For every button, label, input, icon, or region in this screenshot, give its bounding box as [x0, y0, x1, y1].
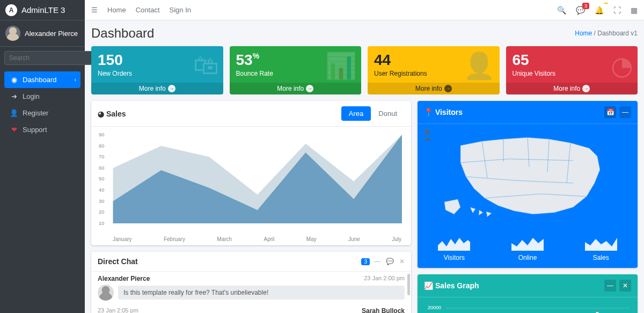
visitors-card: 📍 Visitors 📅 — ➕ ➖ — [418, 101, 638, 268]
user-name: Alexander Pierce — [25, 30, 78, 38]
bag-icon: 🛍 — [193, 50, 219, 80]
chevron-left-icon: ‹ — [75, 77, 76, 83]
sales-graph-card: 📈 Sales Graph — ✕ 20000 15000 — [418, 274, 638, 313]
msg-text: Is this template really for free? That's… — [118, 286, 405, 300]
spark-online: Online — [511, 236, 544, 261]
heart-icon: ❤ — [9, 126, 19, 134]
crumb-current: Dashboard v1 — [597, 30, 638, 37]
grid-icon[interactable]: ▦ — [631, 6, 638, 14]
avatar — [5, 26, 20, 41]
minus-icon[interactable]: — — [604, 280, 616, 292]
zoom-out-button[interactable]: ➖ — [424, 136, 430, 143]
sidebar-item-label: Dashboard — [23, 76, 57, 84]
sidebar-item-support[interactable]: ❤ Support — [4, 121, 80, 138]
stats-bars-icon: 📊 — [325, 50, 357, 81]
more-info-link[interactable]: More info→ — [368, 83, 500, 94]
crumb-home[interactable]: Home — [575, 30, 592, 37]
avatar — [98, 285, 114, 301]
messages-icon[interactable]: 💬3 — [576, 6, 585, 14]
more-info-link[interactable]: More info→ — [506, 83, 638, 94]
sign-in-icon: ➜ — [9, 92, 19, 100]
user-panel[interactable]: Alexander Pierce — [0, 20, 85, 47]
chat-badge: 3 — [361, 258, 370, 265]
sidebar-item-label: Support — [23, 126, 47, 134]
scrollbar[interactable] — [407, 274, 410, 295]
expand-icon[interactable]: ⛶ — [613, 6, 621, 14]
smallbox-bounce-rate: 53%Bounce Rate 📊 More info→ — [230, 46, 362, 94]
brand[interactable]: A AdminLTE 3 — [0, 0, 85, 20]
spark-sales: Sales — [585, 236, 617, 261]
svg-text:30: 30 — [99, 199, 104, 204]
topnav-contact[interactable]: Contact — [136, 6, 160, 14]
sidebar-item-label: Login — [23, 92, 40, 100]
close-icon[interactable]: ✕ — [619, 280, 631, 292]
arrow-circle-icon: → — [582, 85, 590, 92]
svg-text:40: 40 — [99, 187, 104, 193]
arrow-circle-icon: → — [306, 85, 313, 92]
close-icon[interactable]: ✕ — [399, 258, 405, 265]
user-plus-icon: 👤 — [463, 50, 495, 81]
menu-toggle-icon[interactable]: ☰ — [91, 6, 98, 14]
svg-text:60: 60 — [99, 165, 104, 171]
brand-logo: A — [5, 4, 17, 16]
zoom-in-button[interactable]: ➕ — [424, 128, 430, 136]
search-input[interactable] — [4, 51, 94, 65]
search-icon[interactable]: 🔍 — [557, 6, 566, 14]
pie-icon: ◔ — [611, 50, 633, 81]
user-plus-icon: 👤 — [9, 109, 19, 117]
tab-donut[interactable]: Donut — [371, 106, 405, 121]
sales-title: Sales — [106, 110, 126, 118]
calendar-icon[interactable]: 📅 — [604, 106, 616, 118]
map-marker-icon: 📍 — [424, 108, 433, 117]
topnav-signin[interactable]: Sign In — [170, 6, 191, 14]
smallbox-unique-visitors: 65Unique Visitors ◔ More info→ — [506, 46, 638, 94]
tab-area[interactable]: Area — [341, 106, 371, 121]
arrow-circle-icon: → — [444, 85, 452, 92]
msg-time: 23 Jan 2:05 pm — [98, 307, 138, 313]
sales-graph-title: Sales Graph — [435, 281, 479, 290]
minus-icon[interactable]: — — [374, 258, 380, 265]
msg-name: Sarah Bullock — [362, 307, 405, 313]
comments-icon[interactable]: 💬 — [386, 258, 394, 265]
minus-icon[interactable]: — — [619, 106, 631, 118]
more-info-link[interactable]: More info→ — [91, 83, 223, 94]
msg-time: 23 Jan 2:00 pm — [364, 275, 405, 282]
pie-chart-icon: ◕ — [98, 110, 104, 118]
spark-visitors: Visitors — [438, 236, 470, 261]
sidebar-item-register[interactable]: 👤 Register — [4, 105, 80, 121]
svg-text:70: 70 — [99, 154, 104, 159]
topbar: ☰ Home Contact Sign In 🔍 💬3 🔔 ⛶ ▦ — [85, 0, 644, 20]
sidebar-item-label: Register — [23, 109, 48, 117]
content: Dashboard Home / Dashboard v1 150New Ord… — [85, 20, 644, 313]
chat-title: Direct Chat — [98, 257, 138, 266]
svg-text:90: 90 — [99, 132, 104, 137]
arrow-circle-icon: → — [168, 85, 175, 92]
svg-text:50: 50 — [99, 177, 104, 182]
topnav-home[interactable]: Home — [107, 6, 126, 14]
smallbox-user-registrations: 44User Registrations 👤 More info→ — [368, 46, 500, 94]
messages-badge: 3 — [582, 3, 589, 9]
sidebar-item-login[interactable]: ➜ Login — [4, 88, 80, 105]
svg-text:10: 10 — [99, 221, 104, 226]
sales-card: ◕ Sales Area Donut 908070605040302010 Ja… — [91, 101, 411, 245]
bell-badge — [604, 3, 608, 4]
usa-map[interactable]: ➕ ➖ — [418, 124, 638, 231]
page-title: Dashboard — [91, 26, 154, 41]
msg-name: Alexander Pierce — [98, 275, 150, 282]
sales-line-chart: 20000 15000 — [418, 297, 638, 313]
line-chart-icon: 📈 — [424, 281, 433, 290]
svg-text:80: 80 — [99, 143, 104, 149]
smallbox-new-orders: 150New Orders 🛍 More info→ — [91, 46, 223, 94]
sidebar-item-dashboard[interactable]: ◉ Dashboard ‹ — [4, 71, 80, 88]
tachometer-icon: ◉ — [9, 76, 19, 84]
breadcrumb: Home / Dashboard v1 — [575, 30, 638, 37]
more-info-link[interactable]: More info→ — [230, 83, 362, 94]
svg-text:20000: 20000 — [428, 305, 441, 310]
svg-text:20: 20 — [99, 209, 104, 215]
bell-icon[interactable]: 🔔 — [595, 6, 604, 14]
direct-chat-card: Direct Chat 3 — 💬 ✕ Alexander Pierce23 J… — [91, 252, 411, 313]
brand-text: AdminLTE 3 — [21, 5, 65, 14]
chat-body: Alexander Pierce23 Jan 2:00 pm Is this t… — [91, 272, 411, 313]
visitors-title: Visitors — [435, 108, 463, 117]
sales-area-chart: 908070605040302010 — [98, 132, 405, 234]
